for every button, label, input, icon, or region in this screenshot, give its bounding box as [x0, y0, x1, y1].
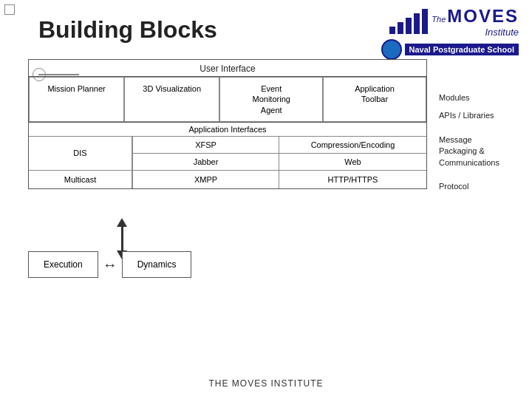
module-mission-planner: Mission Planner: [29, 77, 124, 122]
arrow-head-up: [117, 218, 127, 227]
apis-label: APIs / Libraries: [433, 109, 529, 122]
logo-bar-3: [406, 18, 412, 34]
outer-box: User Interface Mission Planner 3D Visual…: [28, 59, 427, 189]
web-cell: Web: [279, 154, 426, 171]
module-3d-visualization: 3D Visualization: [124, 77, 219, 122]
logo-the: The: [432, 15, 446, 24]
logo-moves: MOVES: [447, 6, 519, 27]
user-interface-label: User Interface: [29, 60, 426, 77]
footer: THE MOVES INSTITUTE: [0, 378, 532, 389]
logo-nps: Naval Postgraduate School: [405, 44, 519, 55]
logo-bar-1: [389, 27, 395, 34]
diagram: User Interface Mission Planner 3D Visual…: [28, 59, 486, 189]
double-arrow: ↔: [98, 256, 122, 273]
logo-institute: Institute: [432, 27, 519, 38]
module-event-monitoring: EventMonitoringAgent: [219, 77, 323, 122]
logo-globe: [381, 39, 402, 60]
diagram-wrapper: User Interface Mission Planner 3D Visual…: [28, 59, 427, 189]
modules-label: Modules: [433, 59, 529, 104]
app-interfaces: Application Interfaces DIS XFSP Compress…: [29, 122, 426, 188]
logo-bar-4: [414, 13, 420, 34]
xmpp-cell: XMPP: [132, 171, 279, 188]
module-application-toolbar: ApplicationToolbar: [323, 77, 426, 122]
logo-bars: [389, 9, 428, 34]
right-labels: Modules APIs / Libraries Message Packagi…: [433, 59, 529, 193]
dynamics-box: Dynamics: [122, 251, 192, 278]
logo-area: The MOVES Institute Naval Postgraduate S…: [371, 6, 519, 58]
page-title: Building Blocks: [38, 16, 217, 44]
interfaces-grid: DIS XFSP Compression/Encoding Jabber Web…: [29, 137, 426, 188]
bottom-section: Execution ↔ Dynamics: [28, 251, 191, 278]
app-interfaces-label: Application Interfaces: [29, 123, 426, 137]
dis-cell: DIS: [29, 137, 132, 171]
multicast-cell: Multicast: [29, 171, 132, 188]
modules-row: Mission Planner 3D Visualization EventMo…: [29, 77, 426, 122]
logo-text-block: The MOVES Institute: [432, 6, 519, 38]
protocol-label: Protocol: [433, 180, 529, 193]
compression-cell: Compression/Encoding: [279, 137, 426, 154]
messaging-label: Message Packaging & Communications: [433, 132, 529, 171]
http-cell: HTTP/HTTPS: [279, 171, 426, 188]
logo-bar-5: [422, 9, 428, 34]
arrow-shaft: [121, 227, 123, 250]
jabber-cell: Jabber: [132, 154, 279, 171]
corner-checkbox: [4, 4, 15, 15]
execution-box: Execution: [28, 251, 98, 278]
logo-bar-2: [398, 22, 403, 34]
xfsp-cell: XFSP: [132, 137, 279, 154]
